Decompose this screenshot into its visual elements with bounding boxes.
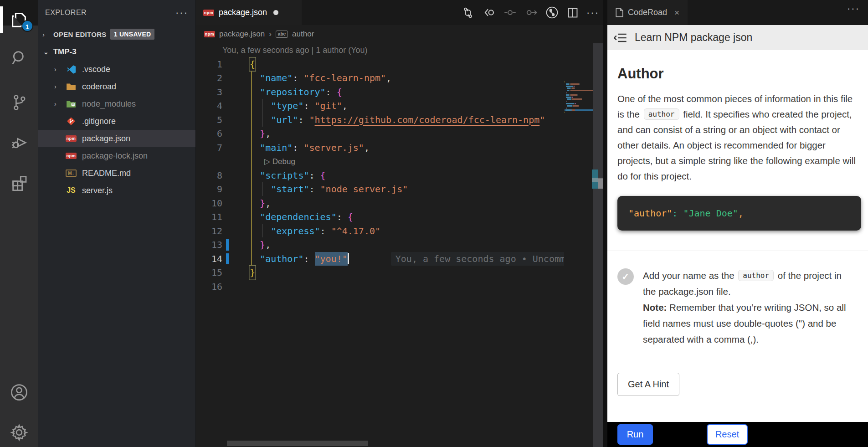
task-item: ✓ Add your name as the author of the pro… [617, 267, 861, 347]
panel-more-actions-icon[interactable]: ··· [847, 6, 860, 11]
minimap-line [565, 86, 593, 87]
minimap-line [565, 112, 593, 113]
minimap[interactable] [565, 81, 593, 116]
open-changes-icon[interactable] [461, 5, 475, 20]
breadcrumb-symbol[interactable]: author [292, 30, 314, 39]
code-line[interactable]: You, a few seconds ago | 1 author (You) [196, 43, 564, 57]
line-number: 13 [196, 239, 222, 250]
file-row-.gitignore[interactable]: .gitignore [38, 113, 195, 130]
chevron-down-icon: ⌄ [43, 48, 49, 56]
line-number: 12 [196, 226, 222, 236]
task-check-icon: ✓ [617, 268, 634, 285]
explorer-more-actions-icon[interactable]: ··· [175, 10, 188, 15]
file-row-server.js[interactable]: JSserver.js [38, 182, 195, 199]
minimap-line [565, 101, 593, 102]
divider [607, 251, 868, 251]
bracket-guide [251, 71, 252, 266]
coderoad-content: Author One of the most common pieces of … [607, 50, 868, 422]
run-button[interactable]: Run [617, 424, 653, 445]
file-icon-npm: npm [65, 134, 77, 144]
minimap-line [565, 105, 593, 107]
line-number: 16 [196, 281, 222, 292]
editor-group: npm package.json [195, 0, 603, 447]
sidebar-title: EXPLORER [45, 9, 175, 17]
file-history-icon[interactable] [544, 5, 559, 20]
code-line[interactable]: 16 [196, 280, 564, 294]
file-row-coderoad[interactable]: ›coderoad [38, 78, 195, 95]
root-folder-label: TMP-3 [53, 47, 77, 57]
minimap-line [565, 103, 593, 104]
svg-text:JS: JS [72, 103, 75, 106]
blame-annotation: You, a few seconds ago | 1 author (You) [222, 46, 368, 55]
file-row-package.json[interactable]: npmpackage.json [38, 130, 195, 147]
run-debug-icon[interactable] [0, 127, 38, 159]
line-number: 8 [196, 170, 222, 181]
file-row-README.md[interactable]: M↓README.md [38, 164, 195, 182]
overview-ruler[interactable] [593, 43, 603, 447]
editor-more-actions-icon[interactable]: ··· [586, 10, 599, 15]
editor-toolbar: ··· [461, 0, 599, 25]
file-row-node_modules[interactable]: ›JSnode_modules [38, 95, 195, 113]
explorer-badge: 1 [21, 20, 33, 32]
line-number: 9 [196, 184, 222, 195]
accounts-icon[interactable] [0, 376, 38, 408]
tab-coderoad[interactable]: CodeRoad × [607, 0, 688, 25]
line-number: 10 [196, 198, 222, 209]
breadcrumb[interactable]: npm package.json › abc author [196, 25, 603, 43]
inline-code-chip: author [644, 108, 679, 120]
inline-code-chip: author [738, 270, 774, 281]
explorer-icon[interactable]: 1 [0, 4, 38, 36]
file-icon [616, 8, 623, 17]
file-icon-folder-node: JS [65, 99, 77, 109]
unsaved-dot-icon[interactable] [273, 10, 278, 15]
minimap-line [565, 108, 593, 109]
tree-root-tmp3[interactable]: ⌄ TMP-3 [38, 43, 195, 61]
horizontal-scrollbar[interactable] [227, 441, 368, 446]
file-label: .gitignore [82, 117, 116, 126]
open-editors-label: OPEN EDITORS [53, 31, 107, 38]
search-icon[interactable] [0, 42, 38, 74]
line-number: 4 [196, 100, 222, 111]
current-change-icon[interactable] [503, 5, 517, 20]
file-icon-md: M↓ [65, 168, 77, 178]
breadcrumb-file[interactable]: package.json [219, 30, 265, 39]
panel-divider[interactable] [603, 0, 607, 447]
settings-gear-icon[interactable] [0, 416, 38, 447]
line-number: 11 [196, 211, 222, 222]
file-label: coderoad [82, 82, 116, 92]
open-editors-section[interactable]: › OPEN EDITORS 1 UNSAVED [38, 25, 195, 43]
split-editor-icon[interactable] [565, 5, 580, 20]
panel-tab-bar: CodeRoad × ··· [607, 0, 868, 25]
next-change-icon[interactable] [524, 5, 538, 20]
code-line[interactable]: 1{ [196, 57, 564, 72]
file-icon-js: JS [65, 185, 77, 195]
minimap-line [565, 98, 593, 100]
coderoad-tab-label: CodeRoad [628, 8, 667, 17]
line-number: 7 [196, 142, 222, 153]
indent-guide [262, 224, 263, 237]
minimap-line [565, 97, 593, 98]
menu-back-icon[interactable] [614, 32, 627, 44]
tab-package-json[interactable]: npm package.json [196, 0, 302, 25]
extensions-icon[interactable] [0, 167, 38, 199]
chevron-right-icon: › [54, 66, 56, 73]
coderoad-panel: CodeRoad × ··· Learn NPM package json Au… [603, 0, 868, 447]
minimap-line [565, 87, 593, 89]
file-row-.vscode[interactable]: ›.vscode [38, 61, 195, 78]
chevron-right-icon: › [42, 31, 50, 38]
source-control-icon[interactable] [0, 87, 38, 118]
previous-change-icon[interactable] [482, 5, 496, 20]
code-line[interactable]: 15} [196, 266, 564, 280]
debug-codelens[interactable]: ▷ Debug [264, 157, 295, 166]
minimap-line [565, 81, 593, 82]
close-icon[interactable]: × [674, 8, 679, 18]
inline-blame: You, a few seconds ago • Uncomm [391, 252, 564, 266]
reset-button[interactable]: Reset [707, 424, 748, 445]
file-label: package-lock.json [82, 151, 148, 161]
line-number: 15 [196, 267, 222, 278]
minimap-line [565, 90, 593, 91]
file-row-package-lock.json[interactable]: npmpackage-lock.json [38, 147, 195, 164]
npm-file-icon: npm [204, 31, 215, 37]
get-hint-button[interactable]: Get A Hint [617, 373, 679, 396]
example-code-block: "author": "Jane Doe", [617, 196, 861, 231]
